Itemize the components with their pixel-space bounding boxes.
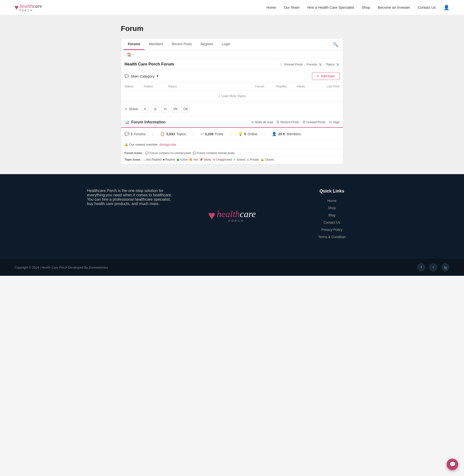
social-links: f t ig xyxy=(417,263,449,271)
posts-stat-icon: ↩ xyxy=(200,132,203,136)
stat-topics: 📋 5,093 Topics xyxy=(160,132,186,136)
private-icon: ◎ xyxy=(247,158,249,161)
footer-bottom: Copyright © 2024 | Health Care Porch Dev… xyxy=(0,259,464,276)
unread-posts-icon: ☰ xyxy=(303,120,305,124)
facebook-button[interactable]: f xyxy=(417,263,425,271)
nav-shop[interactable]: Shop xyxy=(362,5,370,9)
recent-posts-icon: ☰ xyxy=(276,120,279,124)
quick-link-terms: Terms & Condition xyxy=(287,235,377,239)
chat-no-unread: 💬 xyxy=(145,151,149,155)
ti-hot: 🔥 Hot xyxy=(189,158,198,161)
not-replied-icon: □ xyxy=(144,158,145,161)
stat-divider-4: | xyxy=(264,132,265,136)
forums-link[interactable]: Forums xyxy=(307,63,317,66)
instagram-button[interactable]: ig xyxy=(441,263,449,271)
ti-unapproved: ⊗ Unapproved xyxy=(213,158,232,161)
share-linkedin-button[interactable]: in xyxy=(161,105,169,113)
logo-heart-icon: ♥ xyxy=(15,4,19,11)
topics-stat-icon: 📋 xyxy=(160,132,165,136)
load-more-label: Load More Topics xyxy=(221,94,246,98)
mark-all-read-link[interactable]: ⊙ Mark all read xyxy=(251,120,273,124)
topics-link[interactable]: Topics xyxy=(326,63,335,66)
forum-info-title: 📊 Forum Information xyxy=(125,120,165,124)
search-icon[interactable]: 🔍 xyxy=(330,39,340,49)
share-vk-button[interactable]: VK xyxy=(172,105,179,113)
category-label[interactable]: 💬 Main Category ▾ xyxy=(125,74,159,78)
main-nav: Home Our Team Hire a Health Care Special… xyxy=(266,5,449,10)
forum-info-header: 📊 Forum Information ⊙ Mark all read ☰ Re… xyxy=(121,116,343,128)
th-author: Author xyxy=(144,84,168,88)
quick-link-home: Home xyxy=(287,198,377,203)
quick-links-title: Quick Links xyxy=(287,189,377,194)
replied-icon: ■ xyxy=(163,158,164,161)
tab-recent-posts[interactable]: Recent Posts xyxy=(167,39,196,50)
ti-replied: ■ Replied xyxy=(163,158,175,161)
quick-link-privacy: Privacy Policy xyxy=(287,227,377,232)
rss2-icon: 📡 xyxy=(336,63,339,66)
recent-posts-link[interactable]: ☰ Recent Posts xyxy=(276,120,299,124)
tags-link[interactable]: 🏷 Tags xyxy=(329,120,339,124)
topic-icons-label: Topic Icons: xyxy=(125,158,141,161)
footer-quick-links: Quick Links Home Shop Blog Contact Us Pr… xyxy=(287,189,377,242)
forum-no-unread-icon: 💬 Forum contains no unread posts xyxy=(145,151,191,155)
stat-divider-3: | xyxy=(230,132,231,136)
unread-posts-action-link[interactable]: ☰ Unread Posts xyxy=(303,120,326,124)
load-more-link[interactable]: ⇩ Load More Topics xyxy=(218,94,246,98)
nav-contact[interactable]: Contact Us xyxy=(418,5,436,9)
breadcrumb-arrow-icon: › xyxy=(133,53,134,56)
tab-register[interactable]: Register xyxy=(196,39,217,50)
th-forum: Forum xyxy=(248,84,272,88)
solved-icon: ✔ xyxy=(233,158,236,161)
newest-member-row: 🔒 Our newest member: divingscuba xyxy=(121,140,343,149)
instagram-icon: ig xyxy=(444,265,447,269)
nav-investor[interactable]: Become an Invester xyxy=(378,5,410,9)
quick-link-contact: Contact Us xyxy=(287,220,377,224)
tags-icon: 🏷 xyxy=(329,120,332,124)
stat-divider-2: | xyxy=(193,132,193,136)
ti-solved: ✔ Solved xyxy=(233,158,245,161)
tab-forums[interactable]: Forums xyxy=(124,39,145,50)
newest-member-link[interactable]: divingscuba xyxy=(159,143,176,146)
sticky-icon: 📌 xyxy=(199,158,203,161)
footer-grid: Healthcare Porch is the one-stop solutio… xyxy=(87,189,377,252)
nav-our-team[interactable]: Our Team xyxy=(284,5,300,9)
nav-hire-specialist[interactable]: Hire a Health Care Specialist xyxy=(307,5,354,9)
stat-members: 👤 25 K Members xyxy=(272,132,301,136)
ti-closed: 🔒 Closed xyxy=(261,158,274,161)
members-stat-icon: 👤 xyxy=(272,132,277,136)
forum-header-bar: Health Care Porch Forum ☰ Unread Posts |… xyxy=(121,59,343,70)
breadcrumb-home-icon[interactable]: 🏠 xyxy=(127,52,132,57)
forum-stats: 💬 1 Forums | 📋 5,093 Topics | ↩ 5,209 xyxy=(121,128,343,140)
logo[interactable]: ♥ healthcare PORCH xyxy=(15,3,42,12)
category-name: Main Category xyxy=(131,74,155,78)
tab-login[interactable]: Login xyxy=(217,39,234,50)
forum-tabs: Forums Members Recent Posts Register Log… xyxy=(121,39,343,50)
facebook-icon: f xyxy=(421,265,422,269)
share-icon: ↗ xyxy=(125,107,127,111)
copyright-text: Copyright © 2024 | Health Care Porch Dev… xyxy=(15,266,108,269)
footer-logo: ♥ healthcare PORCH xyxy=(187,193,277,237)
unapproved-icon: ⊗ xyxy=(213,158,215,161)
mark-read-icon: ⊙ xyxy=(251,120,254,124)
pencil-icon: ✏ xyxy=(317,74,319,78)
tab-members[interactable]: Members xyxy=(145,39,167,50)
nav-home[interactable]: Home xyxy=(266,5,276,9)
footer-about: Healthcare Porch is the one-stop solutio… xyxy=(87,189,177,242)
share-ok-button[interactable]: OK xyxy=(182,105,189,113)
add-topic-button[interactable]: ✏ Add topic xyxy=(312,72,339,80)
footer: Healthcare Porch is the one-stop solutio… xyxy=(0,174,464,259)
active-icon: ▣ xyxy=(177,158,179,161)
user-icon[interactable]: 👤 xyxy=(444,5,449,10)
bar-chart-icon: 📊 xyxy=(125,120,129,124)
share-whatsapp-button[interactable]: ◎ xyxy=(151,105,159,113)
twitter-button[interactable]: t xyxy=(429,263,437,271)
load-more-icon: ⇩ xyxy=(218,94,221,98)
share-x-button[interactable]: ✕ xyxy=(141,105,149,113)
stat-forums: 💬 1 Forums xyxy=(125,132,145,136)
forum-title: Health Care Porch Forum xyxy=(125,62,174,67)
stat-online: 💡 5 Online xyxy=(238,132,257,136)
unread-posts-link[interactable]: Unread Posts xyxy=(284,63,303,66)
rss1-icon: 📡 xyxy=(319,63,322,66)
forum-has-unread-icon: 💬 Forum contains unread posts xyxy=(193,151,234,155)
twitter-icon: t xyxy=(433,265,434,269)
